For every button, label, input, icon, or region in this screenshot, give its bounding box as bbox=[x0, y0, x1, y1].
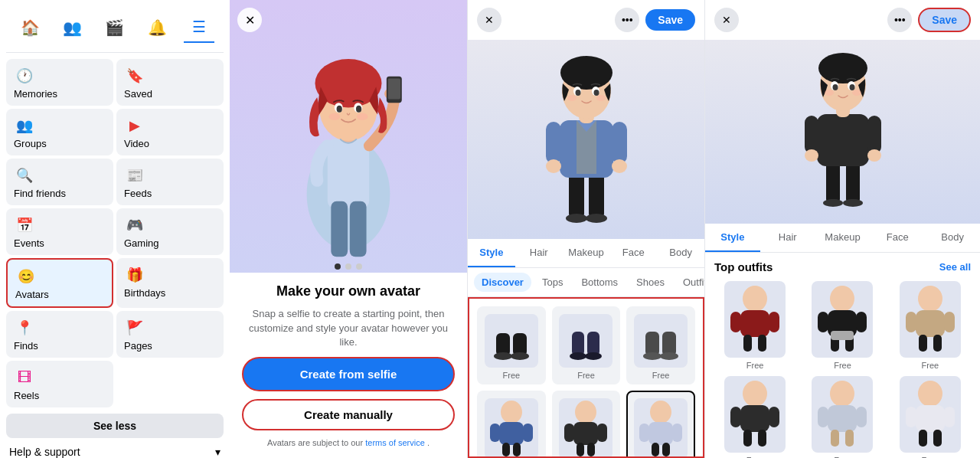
customize-more-button[interactable]: ••• bbox=[615, 8, 639, 32]
sidebar-item-events[interactable]: 📅 Events bbox=[6, 208, 113, 255]
sidebar-item-video[interactable]: ▶ Video bbox=[116, 109, 224, 155]
help-label: Help & support bbox=[9, 446, 80, 458]
final-tab-style[interactable]: Style bbox=[705, 224, 760, 252]
svg-rect-117 bbox=[906, 407, 916, 427]
outfit-card-label-2: Free bbox=[834, 361, 851, 370]
tab-face[interactable]: Face bbox=[609, 239, 657, 267]
subtab-bottoms[interactable]: Bottoms bbox=[573, 273, 626, 292]
final-save-button[interactable]: Save bbox=[918, 8, 971, 32]
outfit-card-svg-3 bbox=[903, 285, 957, 354]
customize-close-button[interactable]: ✕ bbox=[477, 8, 501, 32]
subtab-shoes[interactable]: Shoes bbox=[629, 273, 672, 292]
nav-home-button[interactable]: 🏠 bbox=[15, 12, 46, 43]
final-tab-face[interactable]: Face bbox=[870, 224, 925, 252]
groups-icon: 👥 bbox=[14, 115, 35, 136]
customize-avatar-svg bbox=[529, 51, 644, 227]
outfit-card-img-1 bbox=[724, 281, 786, 358]
outfit-card-5[interactable]: Free bbox=[802, 376, 883, 458]
sidebar-item-reels[interactable]: 🎞 Reels bbox=[6, 361, 113, 407]
subtab-tops[interactable]: Tops bbox=[534, 273, 570, 292]
svg-point-32 bbox=[567, 95, 577, 101]
sidebar-item-gaming[interactable]: 🎮 Gaming bbox=[116, 208, 224, 255]
svg-point-58 bbox=[650, 401, 671, 424]
sidebar-item-find-friends[interactable]: 🔍 Find friends bbox=[6, 159, 113, 205]
outfit-card-svg-4 bbox=[728, 380, 782, 449]
final-more-button[interactable]: ••• bbox=[887, 8, 912, 32]
sidebar-item-pages[interactable]: 🚩 Pages bbox=[116, 311, 224, 358]
nav-friends-button[interactable]: 👥 bbox=[57, 12, 88, 43]
svg-rect-61 bbox=[662, 443, 670, 456]
final-close-button[interactable]: ✕ bbox=[714, 8, 739, 32]
outfit-card-img-3 bbox=[900, 281, 961, 358]
outfit-card-img-5 bbox=[812, 376, 873, 453]
sidebar-item-groups[interactable]: 👥 Groups bbox=[6, 109, 113, 155]
final-tab-hair[interactable]: Hair bbox=[760, 224, 815, 252]
tab-style[interactable]: Style bbox=[468, 239, 515, 267]
outfit-item-3[interactable]: Free bbox=[626, 306, 695, 384]
create-from-selfie-button[interactable]: Create from selfie bbox=[242, 357, 455, 391]
reels-icon: 🎞 bbox=[14, 367, 35, 388]
tab-body[interactable]: Body bbox=[657, 239, 704, 267]
see-all-button[interactable]: See all bbox=[939, 261, 971, 273]
customize-tabs: Style Hair Makeup Face Body bbox=[468, 239, 704, 268]
outfit-card-2[interactable]: Free bbox=[802, 281, 883, 370]
svg-rect-60 bbox=[652, 443, 659, 456]
memories-icon: 🕐 bbox=[14, 65, 35, 87]
terms-link[interactable]: terms of service bbox=[365, 438, 425, 447]
nav-watch-button[interactable]: 🎬 bbox=[100, 12, 130, 43]
nav-menu-button[interactable]: ☰ bbox=[184, 12, 214, 43]
sidebar-item-feeds[interactable]: 📰 Feeds bbox=[116, 159, 224, 205]
outfit-thumb-1 bbox=[485, 314, 538, 368]
sidebar-item-memories[interactable]: 🕐 Memories bbox=[6, 59, 113, 106]
svg-rect-104 bbox=[758, 430, 766, 447]
tab-makeup[interactable]: Makeup bbox=[563, 239, 610, 267]
outfit-card-3[interactable]: Free bbox=[890, 281, 971, 370]
outfit-item-1[interactable]: Free bbox=[477, 306, 546, 384]
create-manually-button[interactable]: Create manually bbox=[242, 399, 455, 430]
sidebar-item-saved[interactable]: 🔖 Saved bbox=[116, 59, 224, 106]
sidebar-item-birthdays-label: Birthdays bbox=[124, 287, 165, 299]
create-subtitle: Snap a selfie to create a starting point… bbox=[242, 307, 455, 349]
svg-rect-55 bbox=[587, 443, 595, 456]
tab-hair[interactable]: Hair bbox=[515, 239, 563, 267]
outfit-card-4[interactable]: Free bbox=[714, 376, 795, 458]
outfit-thumb-2 bbox=[559, 314, 612, 368]
svg-point-44 bbox=[643, 352, 662, 360]
outfit-item-2[interactable]: Free bbox=[552, 306, 621, 384]
svg-point-12 bbox=[356, 106, 361, 113]
subtab-discover[interactable]: Discover bbox=[474, 273, 531, 292]
sidebar-item-finds[interactable]: 📍 Finds bbox=[6, 311, 113, 358]
video-icon: ▶ bbox=[124, 115, 145, 136]
outfit-item-4[interactable]: Free bbox=[477, 391, 546, 458]
svg-rect-22 bbox=[612, 122, 627, 164]
outfit-card-img-4 bbox=[724, 376, 786, 453]
outfit-item-5[interactable]: Free bbox=[552, 391, 621, 458]
terms-text: Avatars are subject to our terms of serv… bbox=[267, 438, 430, 447]
subtab-outfits[interactable]: Outfits bbox=[675, 273, 704, 292]
see-less-button[interactable]: See less bbox=[6, 414, 224, 438]
customize-save-button[interactable]: Save bbox=[645, 9, 695, 31]
outfit-thumb-3 bbox=[634, 314, 688, 368]
close-button[interactable]: ✕ bbox=[237, 8, 262, 32]
final-tab-body[interactable]: Body bbox=[925, 224, 980, 252]
svg-rect-2 bbox=[331, 201, 348, 257]
sidebar-item-birthdays[interactable]: 🎁 Birthdays bbox=[116, 258, 224, 308]
final-tab-makeup[interactable]: Makeup bbox=[815, 224, 871, 252]
svg-point-79 bbox=[849, 84, 854, 90]
svg-point-67 bbox=[843, 199, 863, 207]
outfit-card-1[interactable]: Free bbox=[714, 281, 795, 370]
svg-rect-51 bbox=[523, 424, 533, 442]
svg-rect-97 bbox=[919, 335, 927, 352]
sidebar-item-avatars[interactable]: 😊 Avatars bbox=[6, 258, 113, 308]
dot-3 bbox=[356, 263, 362, 270]
svg-rect-102 bbox=[740, 405, 769, 432]
outfits-scroll: Free Free bbox=[714, 281, 971, 458]
svg-rect-110 bbox=[845, 430, 854, 447]
panel-customize: ✕ ••• Save bbox=[467, 0, 704, 458]
nav-notifications-button[interactable]: 🔔 bbox=[142, 12, 172, 43]
svg-rect-103 bbox=[743, 430, 752, 447]
svg-point-72 bbox=[867, 149, 881, 162]
outfit-card-6[interactable]: Free bbox=[890, 376, 971, 458]
help-support-item[interactable]: Help & support ▾ bbox=[6, 438, 224, 458]
outfit-item-6[interactable]: Free bbox=[626, 391, 695, 458]
